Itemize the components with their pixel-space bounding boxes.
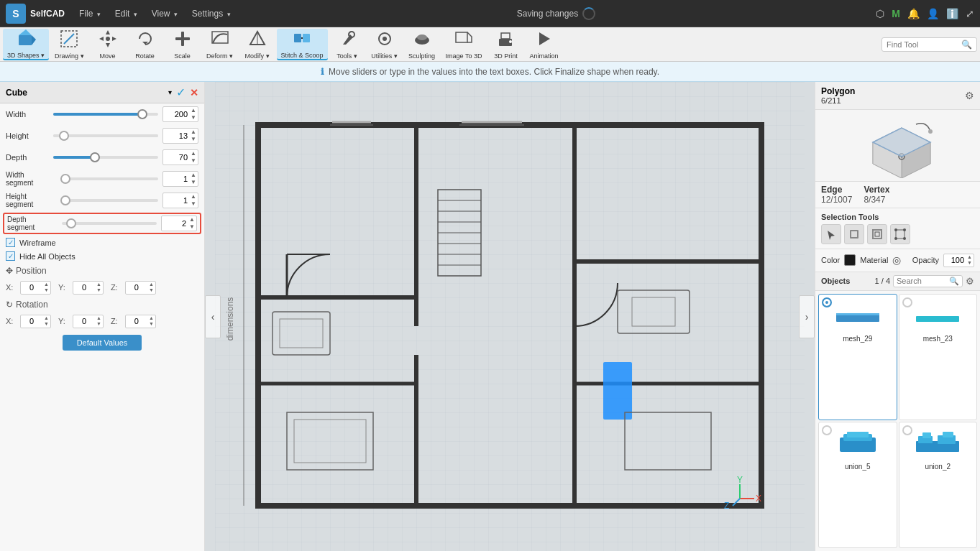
- prop-height-up[interactable]: ▲: [189, 129, 198, 136]
- prop-depth-down[interactable]: ▼: [189, 157, 198, 165]
- rot-x-arrows[interactable]: ▲ ▼: [42, 315, 50, 328]
- object-radio-union2[interactable]: [902, 425, 912, 435]
- prop-depth-segment-input[interactable]: [162, 218, 188, 228]
- canvas-nav-left[interactable]: ‹: [205, 295, 221, 338]
- menu-settings[interactable]: Settings ▾: [186, 6, 237, 22]
- rot-x-input-wrap[interactable]: ▲ ▼: [20, 315, 51, 328]
- fullscreen-icon[interactable]: ⤢: [966, 8, 974, 19]
- rp-select-arrow-icon[interactable]: [821, 224, 841, 244]
- rp-search-bar[interactable]: 🔍: [893, 275, 963, 287]
- rot-y-input-wrap[interactable]: ▲ ▼: [73, 315, 104, 328]
- rp-material-icon[interactable]: ◎: [892, 254, 901, 266]
- pos-z-arrows[interactable]: ▲ ▼: [147, 282, 155, 294]
- app-logo[interactable]: S SelfCAD: [6, 4, 65, 24]
- pos-x-down[interactable]: ▼: [42, 287, 50, 293]
- pos-x-input-wrap[interactable]: ▲ ▼: [20, 281, 51, 295]
- pos-z-input-wrap[interactable]: ▲ ▼: [125, 281, 156, 295]
- prop-depth-segment-arrows[interactable]: ▲ ▼: [188, 216, 196, 231]
- prop-depth-input[interactable]: [163, 152, 189, 162]
- prop-width-up[interactable]: ▲: [189, 107, 198, 114]
- prop-height-segment-arrows[interactable]: ▲ ▼: [189, 193, 198, 208]
- bell-icon[interactable]: 🔔: [907, 8, 920, 19]
- prop-height-segment-number[interactable]: ▲ ▼: [162, 193, 198, 208]
- tool-image-to-3d[interactable]: Image To 3D: [441, 29, 487, 60]
- prop-width-arrows[interactable]: ▲ ▼: [189, 107, 198, 121]
- rp-color-swatch[interactable]: [844, 254, 856, 266]
- prop-depth-segment-up[interactable]: ▲: [188, 216, 196, 223]
- rot-y-down[interactable]: ▼: [95, 321, 103, 327]
- pos-x-up[interactable]: ▲: [42, 282, 50, 287]
- panel-title-arrow[interactable]: ▾: [168, 88, 172, 96]
- pos-y-arrows[interactable]: ▲ ▼: [95, 282, 103, 294]
- object-item-union5[interactable]: union_5: [818, 422, 897, 548]
- object-item-mesh23[interactable]: mesh_23: [899, 294, 978, 420]
- tool-rotate[interactable]: Rotate: [127, 29, 163, 60]
- prop-height-number[interactable]: ▲ ▼: [162, 128, 198, 144]
- prop-width-segment-arrows[interactable]: ▲ ▼: [189, 172, 198, 186]
- object-item-mesh29[interactable]: mesh_29: [818, 294, 897, 420]
- pos-y-input[interactable]: [73, 282, 95, 292]
- menu-edit[interactable]: Edit ▾: [109, 6, 143, 22]
- pos-y-down[interactable]: ▼: [95, 287, 103, 293]
- m-icon[interactable]: M: [892, 8, 900, 19]
- prop-height-arrows[interactable]: ▲ ▼: [189, 129, 198, 143]
- rot-x-down[interactable]: ▼: [42, 321, 50, 327]
- default-values-button[interactable]: Default Values: [63, 335, 142, 351]
- prop-width-down[interactable]: ▼: [189, 114, 198, 121]
- rp-opacity-up[interactable]: ▲: [966, 254, 974, 260]
- rot-z-input-wrap[interactable]: ▲ ▼: [125, 315, 156, 328]
- tool-modify[interactable]: Modify ▾: [239, 29, 275, 60]
- rp-opacity-arrows[interactable]: ▲ ▼: [966, 254, 974, 267]
- pos-x-arrows[interactable]: ▲ ▼: [42, 282, 50, 294]
- rp-settings-gear-icon[interactable]: ⚙: [965, 90, 974, 101]
- prop-height-segment-up[interactable]: ▲: [189, 193, 198, 200]
- tool-deform[interactable]: Deform ▾: [202, 29, 238, 60]
- share-icon[interactable]: ⬡: [876, 8, 884, 19]
- object-radio-mesh29[interactable]: [822, 297, 832, 307]
- tool-move[interactable]: Move: [90, 29, 126, 60]
- rot-z-down[interactable]: ▼: [147, 321, 155, 327]
- rp-select-faces-icon[interactable]: [844, 224, 864, 244]
- find-tool-bar[interactable]: 🔍: [881, 37, 977, 52]
- rp-select-edges-icon[interactable]: [867, 224, 887, 244]
- pos-z-up[interactable]: ▲: [147, 282, 155, 287]
- prop-width-segment-down[interactable]: ▼: [189, 179, 198, 186]
- rp-objects-gear-icon[interactable]: ⚙: [966, 276, 974, 287]
- rp-search-input[interactable]: [897, 277, 947, 285]
- prop-height-segment-input[interactable]: [163, 195, 189, 205]
- rot-z-arrows[interactable]: ▲ ▼: [147, 315, 155, 328]
- prop-height-down[interactable]: ▼: [189, 136, 198, 143]
- rp-opacity-down[interactable]: ▼: [966, 260, 974, 266]
- object-radio-union5[interactable]: [822, 425, 832, 435]
- rp-select-vertices-icon[interactable]: [890, 224, 910, 244]
- tool-drawing[interactable]: Drawing ▾: [50, 29, 88, 60]
- find-tool-input[interactable]: [887, 40, 958, 49]
- tool-tools[interactable]: Tools ▾: [329, 29, 365, 60]
- hide-objects-checkbox[interactable]: ✓: [6, 251, 15, 261]
- rot-y-input[interactable]: [73, 316, 95, 326]
- pos-z-input[interactable]: [126, 282, 147, 292]
- canvas-nav-right[interactable]: ›: [799, 295, 815, 338]
- panel-close-icon[interactable]: ✕: [190, 87, 198, 98]
- prop-height-input[interactable]: [163, 131, 189, 141]
- prop-width-segment-up[interactable]: ▲: [189, 172, 198, 179]
- menu-file[interactable]: File ▾: [73, 6, 106, 22]
- prop-width-segment-input[interactable]: [163, 174, 189, 184]
- blueprint-canvas[interactable]: dimensions X Y Z: [205, 82, 815, 551]
- pos-y-input-wrap[interactable]: ▲ ▼: [73, 281, 104, 295]
- rp-opacity-input[interactable]: [944, 255, 966, 265]
- rot-x-up[interactable]: ▲: [42, 315, 50, 321]
- prop-depth-number[interactable]: ▲ ▼: [162, 149, 198, 165]
- rot-z-input[interactable]: [126, 316, 147, 326]
- prop-depth-segment-down[interactable]: ▼: [188, 223, 196, 231]
- prop-height-segment-down[interactable]: ▼: [189, 200, 198, 208]
- wireframe-checkbox[interactable]: ✓: [6, 238, 15, 247]
- prop-depth-segment-number[interactable]: ▲ ▼: [161, 216, 197, 231]
- tool-scale[interactable]: Scale: [165, 29, 201, 60]
- menu-view[interactable]: View ▾: [146, 6, 183, 22]
- rot-y-arrows[interactable]: ▲ ▼: [95, 315, 103, 328]
- info-icon[interactable]: ℹ️: [946, 8, 958, 19]
- tool-sculpting[interactable]: Sculpting: [404, 29, 440, 60]
- object-radio-mesh23[interactable]: [902, 297, 912, 307]
- rot-z-up[interactable]: ▲: [147, 315, 155, 321]
